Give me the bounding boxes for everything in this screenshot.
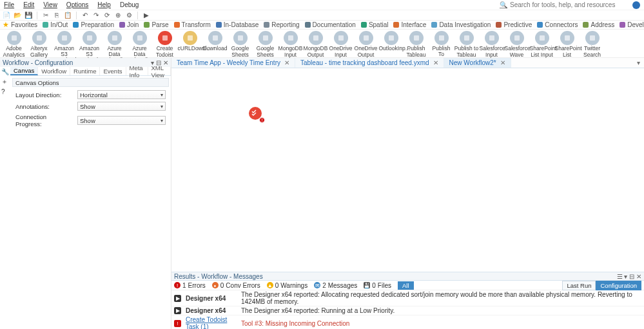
results-tab-lastrun[interactable]: Last Run	[562, 281, 596, 290]
doc-tab[interactable]: New Workflow2*✕	[444, 58, 511, 68]
zoom-icon[interactable]: ⊕	[114, 12, 122, 19]
canvas-dropdown-icon[interactable]: ▾	[637, 59, 640, 66]
tool-icon	[434, 31, 449, 45]
tool-mongodb-input[interactable]: MongoDBInput	[278, 30, 303, 57]
dock-wrench-icon[interactable]: 🔧	[1, 68, 9, 75]
category-reporting[interactable]: Reporting	[264, 21, 299, 28]
tool-twitter-search[interactable]: TwitterSearch	[580, 30, 605, 57]
doc-tab[interactable]: Tableau - time tracking dashboard feed.y…	[295, 58, 444, 68]
filter-errors[interactable]: !1 Errors	[174, 282, 206, 289]
category-developer[interactable]: Developer	[620, 21, 644, 28]
close-icon[interactable]: ✕	[433, 59, 438, 66]
copy-icon[interactable]: ⎘	[53, 12, 61, 19]
doc-tab[interactable]: Team Time App - Weekly Time Entry✕	[171, 58, 295, 68]
tool-adobe-analytics[interactable]: AdobeAnalytics	[1, 30, 26, 57]
tool-mongodb-output[interactable]: MongoDBOutput	[303, 30, 328, 57]
results-menu-icon[interactable]: ☰ ▾ ⊟ ✕	[617, 273, 641, 280]
cut-icon[interactable]: ✂	[42, 12, 50, 19]
results-tab-configuration[interactable]: Configuration	[596, 281, 641, 290]
category-join[interactable]: Join	[119, 21, 139, 28]
category-spatial[interactable]: Spatial	[361, 21, 389, 28]
config-tab-canvas[interactable]: Canvas	[10, 67, 38, 75]
category-transform[interactable]: Transform	[174, 21, 211, 28]
category-address[interactable]: Address	[583, 21, 614, 28]
close-icon[interactable]: ✕	[500, 59, 505, 66]
global-search[interactable]: 🔍	[500, 1, 620, 8]
svg-rect-13	[338, 35, 344, 41]
svg-rect-12	[313, 35, 318, 41]
option-label: Connection Progress:	[15, 113, 73, 127]
settings-icon[interactable]: ⚙	[125, 12, 133, 19]
close-icon[interactable]: ✕	[284, 59, 289, 66]
tool-download-[interactable]: Download	[202, 30, 228, 52]
tool-outlookinp-[interactable]: OutlookInp…	[378, 30, 404, 52]
globe-icon[interactable]	[632, 1, 640, 9]
message-icon: ▶	[174, 295, 181, 302]
option-select[interactable]: Horizontal	[77, 90, 166, 99]
paste-icon[interactable]: 📋	[64, 12, 72, 19]
canvas-tool-todoist[interactable]: !	[249, 107, 263, 121]
menu-help[interactable]: Help	[97, 1, 111, 8]
category-in-database[interactable]: In-Database	[216, 21, 259, 28]
filter-warnings[interactable]: ▲0 Warnings	[267, 282, 307, 289]
dock-plus-icon[interactable]: ＋	[1, 77, 9, 86]
results-messages: ▶Designer x64The Designer x64 reported: …	[171, 290, 644, 329]
filter-messages[interactable]: ✉2 Messages	[314, 282, 357, 289]
message-source-link[interactable]: Create Todoist Task (1)	[186, 316, 239, 329]
save-icon[interactable]: 💾	[24, 12, 32, 19]
undo-icon[interactable]: ↶	[81, 12, 89, 19]
category-color-icon	[43, 22, 48, 28]
category-parse[interactable]: Parse	[144, 21, 168, 28]
option-select[interactable]: Show	[77, 102, 166, 111]
tool-icon	[7, 31, 21, 45]
redo-icon[interactable]: ↷	[92, 12, 100, 19]
message-source: Designer x64	[186, 295, 239, 302]
menu-file[interactable]: File	[4, 1, 14, 8]
doc-tab-label: Tableau - time tracking dashboard feed.y…	[300, 59, 429, 66]
refresh-icon[interactable]: ⟳	[103, 12, 111, 19]
config-tab-xml-view[interactable]: XML View	[148, 67, 171, 75]
dock-help-icon[interactable]: ?	[1, 88, 9, 95]
tool-onedrive-output[interactable]: OneDriveOutput	[353, 30, 378, 57]
new-icon[interactable]: 📄	[3, 12, 10, 19]
message-row: !Create Todoist Task (1)Tool #3: Missing…	[171, 315, 644, 329]
category-documentation[interactable]: Documentation	[305, 21, 356, 28]
search-input[interactable]	[510, 1, 620, 8]
run-icon[interactable]: ▶	[142, 12, 150, 19]
tool-alteryx-gallery[interactable]: AlteryxGallery	[26, 30, 52, 57]
menu-edit[interactable]: Edit	[23, 1, 34, 8]
filter-files[interactable]: 💾0 Files	[364, 282, 391, 289]
config-tab-events[interactable]: Events	[100, 67, 126, 75]
svg-rect-2	[62, 35, 67, 41]
tool-curldownl-[interactable]: cURLDownl…	[177, 30, 202, 52]
tool-sharepoint-list-input[interactable]: SharePointList Input	[529, 30, 554, 57]
svg-rect-10	[263, 35, 268, 41]
config-tab-runtime[interactable]: Runtime	[70, 67, 100, 75]
tool-salesforce-input[interactable]: SalesforceInput	[479, 30, 504, 57]
config-panel-header: Workflow - Configuration ▾ ⊟ ✕	[0, 58, 171, 67]
filter-all[interactable]: All	[398, 281, 414, 290]
tool-onedrive-input[interactable]: OneDriveInput	[328, 30, 353, 57]
category-connectors[interactable]: Connectors	[537, 21, 578, 28]
menu-debug[interactable]: Debug	[120, 1, 139, 8]
category-predictive[interactable]: Predictive	[496, 21, 532, 28]
svg-rect-4	[112, 35, 117, 41]
doc-tab-label: Team Time App - Weekly Time Entry	[177, 59, 280, 66]
quick-toolbar: 📄 📂 💾 ✂ ⎘ 📋 ↶ ↷ ⟳ ⊕ ⚙ ▶	[0, 10, 644, 21]
workflow-canvas[interactable]: !	[171, 68, 644, 272]
message-text: The Designer x64 reported: Allocating re…	[241, 291, 641, 305]
category-in-out[interactable]: In/Out	[43, 21, 68, 28]
message-row: ▶Designer x64The Designer x64 reported: …	[171, 306, 644, 315]
category-interface[interactable]: Interface	[393, 21, 426, 28]
category-data-investigation[interactable]: Data Investigation	[431, 21, 491, 28]
config-tab-workflow[interactable]: Workflow	[38, 67, 70, 75]
menu-options[interactable]: Options	[66, 1, 88, 8]
config-tab-meta-info[interactable]: Meta Info	[126, 67, 148, 75]
open-icon[interactable]: 📂	[14, 12, 21, 19]
category-favorites[interactable]: ★Favorites	[3, 21, 37, 29]
menu-view[interactable]: View	[43, 1, 57, 8]
category-preparation[interactable]: Preparation	[73, 21, 114, 28]
filter-conv-errors[interactable]: ⬥0 Conv Errors	[212, 282, 260, 289]
option-select[interactable]: Show	[77, 116, 166, 125]
canvas-options-header: Canvas Options	[12, 78, 169, 87]
